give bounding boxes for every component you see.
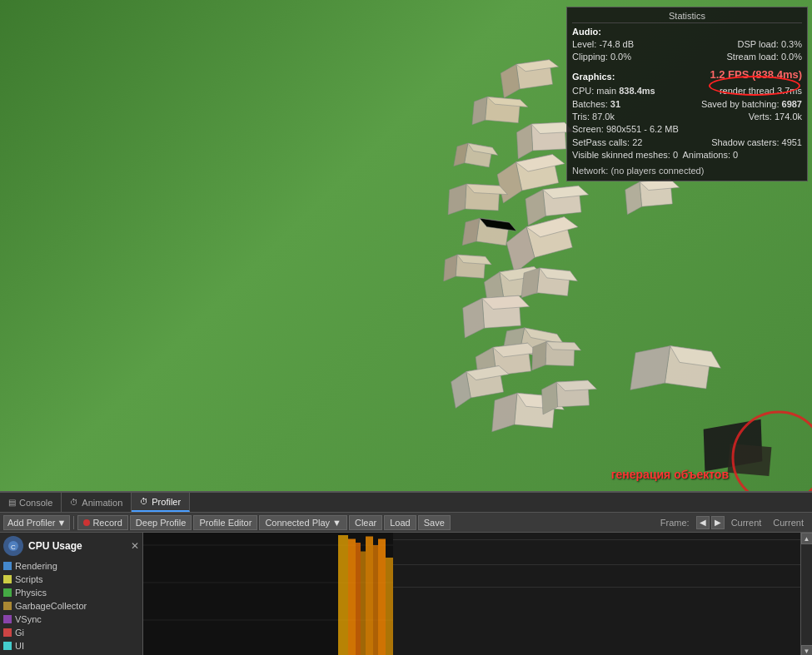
svg-rect-75 — [373, 545, 378, 655]
gi-color — [3, 628, 12, 637]
clear-button[interactable]: Clear — [349, 515, 382, 530]
cpu-sidebar: C CPU Usage ✕ Rendering Scripts Physics — [0, 533, 143, 655]
svg-marker-19 — [525, 190, 546, 226]
vertical-scrollbar[interactable]: ▲ ▼ — [800, 533, 812, 655]
skinned-row: Visible skinned meshes: 0 Animations: 0 — [572, 149, 802, 161]
cpu-title: CPU Usage — [28, 540, 82, 552]
tab-profiler[interactable]: ⏱ Profiler — [132, 493, 190, 512]
save-button[interactable]: Save — [418, 515, 451, 530]
current-label: Current — [726, 518, 767, 528]
frame-label: Frame: — [660, 518, 695, 528]
main-viewport: Statistics Audio: Level: -74.8 dB DSP lo… — [0, 0, 812, 491]
tab-animation[interactable]: ⏱ Animation — [62, 493, 132, 512]
graph-area[interactable]: 166ms (15FPS) 33ms (30FPS) 16ms (60FPS) — [143, 533, 800, 655]
level-label: Level: -74.8 dB — [572, 38, 634, 51]
gc-color — [3, 602, 12, 610]
verts-val: Verts: 174.0k — [749, 111, 802, 123]
load-button[interactable]: Load — [384, 515, 416, 530]
svg-marker-28 — [444, 254, 457, 282]
save-label: Save — [424, 518, 445, 528]
cpu-row: CPU: main 838.4ms render thread 3.7ms — [572, 85, 802, 97]
profile-editor-button[interactable]: Profile Editor — [193, 515, 257, 530]
add-profiler-dropdown[interactable]: Add Profiler ▼ — [3, 515, 70, 530]
dropdown-arrow-icon: ▼ — [57, 518, 66, 528]
gc-label: GarbageCollector — [15, 601, 87, 611]
svg-marker-61 — [630, 341, 670, 394]
load-label: Load — [390, 518, 410, 528]
svg-marker-52 — [492, 391, 517, 434]
svg-rect-70 — [338, 535, 348, 655]
vsync-color — [3, 615, 12, 623]
connected-player-label: Connected Play — [265, 518, 330, 528]
profiler-icon: ⏱ — [140, 497, 148, 506]
svg-rect-77 — [386, 558, 393, 655]
tab-console[interactable]: ▤ Console — [0, 493, 62, 512]
add-profiler-label: Add Profiler — [7, 518, 55, 528]
audio-clipping-row: Clipping: 0.0% Stream load: 0.0% — [572, 51, 802, 63]
svg-rect-72 — [356, 543, 361, 655]
gi-label: Gi — [15, 628, 24, 638]
scroll-up-button[interactable]: ▲ — [801, 533, 813, 544]
connected-dropdown-icon: ▼ — [332, 518, 341, 528]
svg-marker-55 — [541, 382, 558, 414]
rendering-color — [3, 562, 12, 570]
frame-prev-button[interactable]: ◀ — [696, 516, 710, 529]
batches-row: Batches: 31 Saved by batching: 6987 — [572, 98, 802, 111]
tris-row: Tris: 87.0k Verts: 174.0k — [572, 111, 802, 123]
svg-point-63 — [733, 412, 812, 491]
batches-val: Batches: 31 — [572, 98, 620, 111]
connected-player-button[interactable]: Connected Play ▼ — [259, 515, 347, 530]
cpu-item-scripts: Scripts — [3, 573, 139, 586]
frame-next-button[interactable]: ▶ — [711, 516, 725, 529]
cpu-item-rendering: Rendering — [3, 559, 139, 573]
animation-icon: ⏱ — [70, 498, 78, 507]
render-value: render thread 3.7ms — [720, 85, 802, 97]
rendering-label: Rendering — [15, 561, 57, 571]
toolbar: Add Profiler ▼ Record Deep Profile Profi… — [0, 513, 812, 533]
svg-marker-7 — [516, 124, 533, 159]
svg-text:C: C — [11, 543, 16, 551]
shadow-val: Shadow casters: 4951 — [711, 136, 802, 149]
svg-marker-37 — [462, 298, 485, 338]
network-status: Network: (no players connected) — [572, 166, 802, 176]
graphics-header-row: Graphics: 1.2 FPS (838.4ms) — [572, 67, 802, 85]
setpass-row: SetPass calls: 22 Shadow casters: 4951 — [572, 136, 802, 149]
tab-console-label: Console — [19, 498, 52, 508]
cpu-title-row: C CPU Usage — [3, 536, 82, 556]
frame-navigation: ◀ ▶ — [696, 516, 725, 529]
cpu-header: C CPU Usage ✕ — [3, 536, 139, 556]
cpu-item-physics: Physics — [3, 586, 139, 599]
screen-val: Screen: 980x551 - 6.2 MB — [572, 123, 679, 136]
record-button[interactable]: Record — [77, 515, 127, 530]
separator-1 — [73, 516, 74, 529]
svg-marker-16 — [448, 183, 466, 216]
deep-profile-label: Deep Profile — [136, 518, 187, 528]
cpu-items-list: Rendering Scripts Physics GarbageCollect… — [3, 559, 139, 655]
svg-marker-22 — [462, 216, 480, 247]
setpass-val: SetPass calls: 22 — [572, 136, 642, 149]
scroll-down-button[interactable]: ▼ — [801, 645, 813, 655]
cpu-item-ui: UI — [3, 639, 139, 653]
scripts-color — [3, 575, 12, 583]
profiler-content: C CPU Usage ✕ Rendering Scripts Physics — [0, 533, 812, 655]
tab-profiler-label: Profiler — [152, 497, 181, 507]
bottom-panel: ▤ Console ⏱ Animation ⏱ Profiler Add Pro… — [0, 491, 812, 655]
skinned-val: Visible skinned meshes: 0 Animations: 0 — [572, 149, 738, 161]
graphics-header: Graphics: — [572, 71, 615, 83]
scripts-label: Scripts — [15, 574, 43, 584]
tab-bar: ▤ Console ⏱ Animation ⏱ Profiler — [0, 493, 812, 513]
cpu-item-gi: Gi — [3, 626, 139, 639]
stream-value: Stream load: 0.0% — [726, 51, 802, 63]
profiler-graph[interactable] — [143, 533, 393, 655]
clipping-label: Clipping: 0.0% — [572, 51, 631, 63]
close-cpu-button[interactable]: ✕ — [131, 541, 139, 551]
ui-label: UI — [15, 641, 24, 651]
tab-animation-label: Animation — [82, 498, 122, 508]
cpu-item-gc: GarbageCollector — [3, 599, 139, 613]
tris-val: Tris: 87.0k — [572, 111, 615, 123]
svg-rect-76 — [378, 539, 386, 656]
bottom-red-circle — [704, 383, 812, 491]
deep-profile-button[interactable]: Deep Profile — [130, 515, 192, 530]
physics-label: Physics — [15, 588, 47, 598]
cpu-label: CPU: main 838.4ms — [572, 85, 655, 97]
